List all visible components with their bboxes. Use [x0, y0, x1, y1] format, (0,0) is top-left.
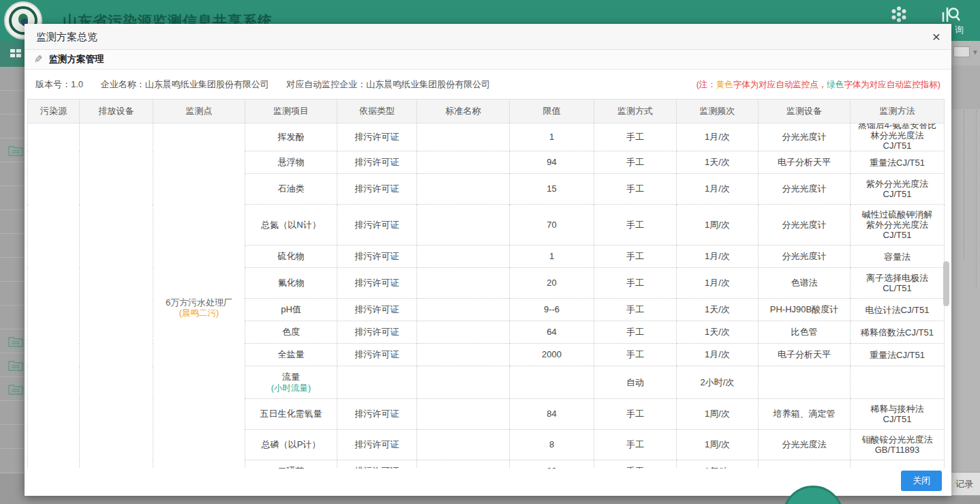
limit-value-cell: 70: [510, 205, 594, 246]
monitoring-method-cell: 钼酸铵分光光度法 GB/T11893: [851, 430, 945, 460]
monitoring-method-cell: 重量法CJ/T51: [851, 344, 945, 366]
standard-name-cell: [417, 174, 510, 205]
version-value: 1.0: [71, 79, 83, 89]
monitoring-point-cell: 6万方污水处理厂(晨鸣二污): [153, 123, 245, 492]
sidebar-item[interactable]: [0, 449, 25, 473]
pollution-source-cell: [28, 123, 80, 492]
standard-name-cell: [417, 430, 510, 460]
monitoring-device-cell: 培养箱、滴定管: [759, 399, 851, 430]
monitoring-frequency-cell: 1月/次: [677, 123, 759, 151]
column-header: 污染源: [28, 100, 80, 123]
monitoring-item-cell: 色度: [245, 321, 337, 344]
sidebar-item[interactable]: [0, 162, 25, 186]
sidebar-item[interactable]: [0, 401, 25, 425]
monitoring-mode-cell: 手工: [594, 174, 677, 205]
sidebar-item[interactable]: [0, 282, 25, 306]
standard-name-cell: [417, 299, 510, 321]
statistics-search-icon[interactable]: [940, 4, 961, 25]
sidebar-item[interactable]: [0, 377, 25, 401]
basis-type-cell: 排污许可证: [337, 268, 417, 299]
basis-type-cell: 排污许可证: [337, 246, 417, 268]
table-scrollbar-thumb[interactable]: [943, 261, 949, 306]
monitoring-device-cell: 电子分析天平: [759, 344, 851, 366]
limit-value-cell: 8: [510, 430, 594, 460]
close-button[interactable]: 关闭: [901, 471, 942, 491]
monitoring-frequency-cell: 1月/次: [677, 344, 759, 366]
column-header: 标准名称: [417, 100, 510, 123]
limit-value-cell: 9--6: [510, 299, 594, 321]
monitoring-mode-cell: 手工: [594, 246, 677, 268]
monitoring-frequency-cell: 1周/次: [677, 205, 759, 246]
basis-type-cell: 排污许可证: [337, 205, 417, 246]
folder-icon: [8, 383, 23, 395]
sidebar-item[interactable]: [0, 425, 25, 449]
monitoring-frequency-cell: 1月/次: [677, 174, 759, 205]
monitoring-frequency-cell: 1周/次: [677, 430, 759, 460]
sidebar-item[interactable]: [0, 258, 25, 282]
column-header: 监测方法: [851, 100, 945, 123]
monitoring-device-cell: 分光光度计: [759, 205, 851, 246]
sidebar-item[interactable]: [0, 91, 25, 115]
monitoring-frequency-cell: 1月/次: [677, 246, 759, 268]
monitoring-method-cell: 蒸馏后4-氨基安替比 林分光光度法 CJ/T51: [851, 123, 945, 151]
close-icon[interactable]: ×: [932, 29, 940, 44]
column-header: 监测设备: [759, 100, 851, 123]
folder-icon: [8, 359, 23, 371]
column-header: 监测方式: [594, 100, 677, 123]
background-dropdown[interactable]: [953, 46, 970, 57]
monitoring-frequency-cell: 2小时/次: [677, 366, 759, 399]
sidebar-item[interactable]: [0, 115, 25, 138]
monitoring-item-cell: 全盐量: [245, 344, 337, 366]
monitoring-method-cell: 离子选择电极法 CL/T51: [851, 268, 945, 299]
sidebar-item[interactable]: [0, 186, 25, 210]
monitoring-mode-cell: 手工: [594, 430, 677, 460]
apps-dots-icon[interactable]: [889, 4, 909, 25]
basis-type-cell: 排污许可证: [337, 123, 417, 151]
basis-type-cell: 排污许可证: [337, 399, 417, 430]
monitoring-frequency-cell: 1周/次: [677, 399, 759, 430]
limit-value-cell: 64: [510, 321, 594, 344]
monitoring-item-cell: 总磷（以P计）: [245, 430, 337, 460]
monitoring-item-cell: pH值: [245, 299, 337, 321]
monitoring-device-cell: 分光光度法: [759, 430, 851, 460]
nav-search-label-partial[interactable]: 询: [955, 24, 964, 36]
standard-name-cell: [417, 246, 510, 268]
folder-icon: [8, 335, 23, 347]
sidebar-item-dashboard[interactable]: [0, 41, 25, 67]
monitoring-frequency-cell: 1天/次: [677, 321, 759, 344]
basis-type-cell: [337, 366, 417, 399]
section-title: 监测方案管理: [49, 53, 104, 65]
table-header-row: 污染源排放设备监测点监测项目依据类型标准名称限值监测方式监测频次监测设备监测方法: [28, 100, 945, 123]
sidebar-item[interactable]: [0, 138, 25, 162]
sidebar-item[interactable]: [0, 234, 25, 258]
monitoring-mode-cell: 手工: [594, 399, 677, 430]
sidebar: /* rows injected below */: [0, 41, 25, 504]
basis-type-cell: 排污许可证: [337, 174, 417, 205]
column-header: 监测频次: [677, 100, 759, 123]
sidebar-item[interactable]: [0, 210, 25, 234]
modal-title: 监测方案总览: [36, 31, 97, 44]
monitoring-method-cell: 稀释倍数法CJ/T51: [851, 321, 945, 344]
limit-value-cell: 1: [510, 123, 594, 151]
sidebar-item[interactable]: [0, 67, 25, 91]
limit-value-cell: 2000: [510, 344, 594, 366]
company-name: 山东晨鸣纸业集团股份有限公司: [145, 79, 269, 89]
sidebar-item[interactable]: [0, 353, 25, 377]
plan-info: 版本号：1.0 企业名称：山东晨鸣纸业集团股份有限公司 对应自动监控企业：山东晨…: [35, 78, 505, 91]
auto-company-name: 山东晨鸣纸业集团股份有限公司: [366, 79, 490, 89]
modal-titlebar: 监测方案总览 ×: [25, 24, 951, 50]
monitoring-device-cell: 色谱法: [759, 268, 851, 299]
monitoring-method-cell: 重量法CJ/T51: [851, 151, 945, 174]
sidebar-item[interactable]: [0, 306, 25, 329]
monitoring-item-cell: 挥发酚: [245, 123, 337, 151]
standard-name-cell: [417, 366, 510, 399]
info-row: 版本号：1.0 企业名称：山东晨鸣纸业集团股份有限公司 对应自动监控企业：山东晨…: [25, 70, 951, 95]
discharge-device-cell: [80, 123, 153, 492]
column-header: 监测点: [153, 100, 245, 123]
monitoring-mode-cell: 手工: [594, 205, 677, 246]
monitoring-method-cell: 紫外分光光度法 CJ/T51: [851, 174, 945, 205]
folder-icon: [8, 144, 23, 156]
monitoring-device-cell: 比色管: [759, 321, 851, 344]
monitoring-device-cell: 分光光度计: [759, 174, 851, 205]
sidebar-item[interactable]: [0, 329, 25, 353]
